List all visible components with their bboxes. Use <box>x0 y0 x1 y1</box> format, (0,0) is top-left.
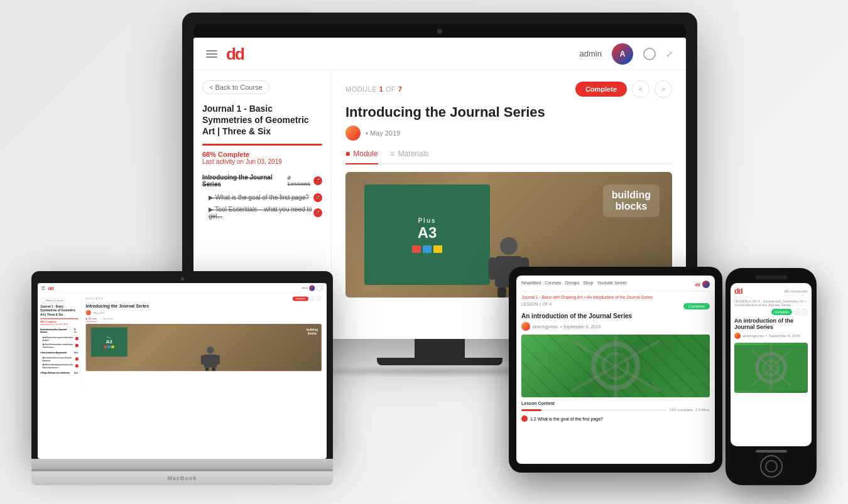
tablet-breadcrumb: Journal 1 - Basic with Drawing Art > An … <box>521 295 710 299</box>
back-to-course-button[interactable]: < Back to Course <box>202 80 269 94</box>
tablet-logo: dd <box>695 282 700 287</box>
laptop-keyboard: MacBook <box>31 471 333 485</box>
lesson-row[interactable]: ▶ Tool Essentials – what you need to get… <box>202 204 322 222</box>
phone-complete-btn[interactable]: Complete <box>771 309 792 315</box>
prev-arrow[interactable]: < <box>632 80 650 98</box>
svg-point-0 <box>500 237 518 255</box>
svg-rect-4 <box>497 287 506 298</box>
laptop-tab-materials[interactable]: ≡ Materials <box>101 318 114 321</box>
tablet-lesson-1: 1.2 What is the goal of the first page? <box>530 417 603 421</box>
progress-bar-row: 14% complete 2.5 Mins <box>521 408 710 412</box>
tablet-screen: Newsfeed Courses Groups Shop Youtube Ser… <box>516 276 715 464</box>
complete-button[interactable]: Complete <box>575 82 627 97</box>
laptop-body: ← Back to Course Journal 1 - Basic Symme… <box>38 293 326 385</box>
laptop-logo: dd <box>48 285 53 291</box>
svg-rect-7 <box>204 355 217 368</box>
laptop-mat-size: A3 <box>106 338 112 344</box>
laptop-author-avatar <box>86 310 91 315</box>
check-icon: ✓ <box>313 193 322 202</box>
svg-rect-10 <box>205 368 209 372</box>
phone-author: dearingjones • September 8, 2019 <box>734 333 808 339</box>
laptop-prev[interactable]: < <box>310 296 315 301</box>
mat-size: A3 <box>418 224 437 242</box>
laptop-video[interactable]: Plus A3 buildingblocks <box>86 324 322 371</box>
tablet-author: dearingjones <box>533 324 558 329</box>
phone-home-inner <box>765 460 778 473</box>
laptop-screen-outer: dd admin ← Back to Course Journal 1 - Ba… <box>31 271 333 459</box>
module-label: MODULE 1 OF 7 <box>345 85 402 93</box>
phone-title: An introduction of the Journal Series <box>734 318 808 330</box>
progress-percent: 68% Complete <box>202 151 322 158</box>
cutting-mat: Plus A3 <box>364 185 490 285</box>
phone-logo: dd <box>734 287 742 296</box>
expand-icon[interactable]: ⤢ <box>666 49 673 59</box>
last-activity: Last activity on Jun 03, 2019 <box>202 158 322 165</box>
laptop: dd admin ← Back to Course Journal 1 - Ba… <box>31 271 333 485</box>
author-date: • May 2019 <box>366 129 400 137</box>
laptop-tab-row: ■ Module ≡ Materials <box>86 318 322 322</box>
logo: dd <box>226 46 244 62</box>
phone-image <box>734 343 808 393</box>
phone-home-button[interactable] <box>760 455 783 478</box>
author-row: • May 2019 <box>345 126 672 141</box>
laptop-author-date: • May 2019 <box>92 311 104 314</box>
tablet-lesson-item[interactable]: 1.2 What is the goal of the first page? <box>521 416 710 422</box>
tablet-author-row: dearingjones • September 8, 2019 <box>521 322 710 331</box>
header-right: admin A ⤢ <box>580 43 673 65</box>
section-label: Introducing the Journal Series <box>202 174 288 188</box>
lesson-row[interactable]: ▶ What is the goal of the first page? ✓ <box>202 191 322 204</box>
laptop-tab-module[interactable]: ■ Module <box>86 318 97 322</box>
tablet-outer: Newsfeed Courses Groups Shop Youtube Ser… <box>509 267 722 473</box>
phone-notch <box>756 276 787 279</box>
svg-rect-8 <box>201 355 205 365</box>
svg-point-6 <box>207 346 214 354</box>
tab-row: ■ Module ≡ Materials <box>345 149 672 164</box>
phone-author-avatar <box>734 333 741 339</box>
laptop-check <box>75 364 79 367</box>
header-left: dd <box>206 46 244 62</box>
tab-materials[interactable]: ≡ Materials <box>391 149 429 163</box>
tab-module[interactable]: ■ Module <box>345 149 378 164</box>
laptop-app-header: dd admin <box>38 283 326 293</box>
phone-prev[interactable]: < <box>794 309 800 315</box>
section-item: Introducing the Journal Series 2 Lessons… <box>202 174 322 222</box>
laptop-back-btn[interactable]: ← Back to Course <box>40 298 66 303</box>
phone-next[interactable]: > <box>802 309 808 315</box>
laptop-admin: admin <box>302 285 322 291</box>
laptop-content: dd admin ← Back to Course Journal 1 - Ba… <box>38 283 326 458</box>
phone-author-name: dearingjones <box>742 334 764 338</box>
admin-label: admin <box>580 49 602 58</box>
laptop-lesson-row-2b[interactable]: ▶ Mind drawing exercise: Six Rule System… <box>40 363 79 370</box>
clock-icon[interactable] <box>643 48 656 60</box>
laptop-page-title: Introducing the Journal Series <box>86 303 322 308</box>
laptop-mat: Plus A3 <box>91 328 128 357</box>
tablet-progress-fill <box>521 409 541 411</box>
laptop-check <box>75 337 79 340</box>
app-header: dd admin A ⤢ <box>193 38 686 70</box>
laptop-complete-btn[interactable]: Complete <box>293 296 308 301</box>
scene: dd admin A ⤢ < Back to Course <box>0 0 848 504</box>
tablet-duration: 2.5 Mins <box>695 408 710 412</box>
laptop-lesson-row-2a[interactable]: ▶ Introduction to my Grazia Method <box>40 356 79 363</box>
nav-buttons: Complete < > <box>575 80 672 98</box>
phone: dd dd community LESSON 1 OF 4 - Journal … <box>726 268 817 485</box>
hamburger-menu[interactable] <box>206 50 217 58</box>
tablet-lesson-dot <box>521 416 528 422</box>
section-header[interactable]: Introducing the Journal Series 2 Lessons… <box>202 174 322 188</box>
laptop-lesson-row[interactable]: ▶ Tool Essentials – what you need to g..… <box>40 342 79 349</box>
lesson-content-label: Lesson Content <box>521 401 710 405</box>
laptop-nav-arrows: < > <box>310 296 322 301</box>
phone-header: dd dd community <box>734 287 808 296</box>
tablet-lesson-label: LESSON 1 OF 4 <box>521 302 552 306</box>
laptop-lesson-row[interactable]: ▶ What is the goal of the first page? <box>40 335 79 342</box>
laptop-last-activity: Last activity on Jun 03, 2019 <box>40 323 79 325</box>
tablet-complete-btn[interactable]: Complete <box>683 303 710 309</box>
monitor-stand-base <box>377 358 503 365</box>
laptop-avatar <box>309 285 315 291</box>
laptop-next[interactable]: > <box>317 296 322 301</box>
course-title: Journal 1 - Basic Symmetries of Geometri… <box>202 103 322 137</box>
next-arrow[interactable]: > <box>655 80 672 98</box>
check-icon: ✓ <box>313 176 322 185</box>
avatar[interactable]: A <box>612 43 633 65</box>
module-nav: MODULE 1 OF 7 Complete < > <box>345 80 672 98</box>
